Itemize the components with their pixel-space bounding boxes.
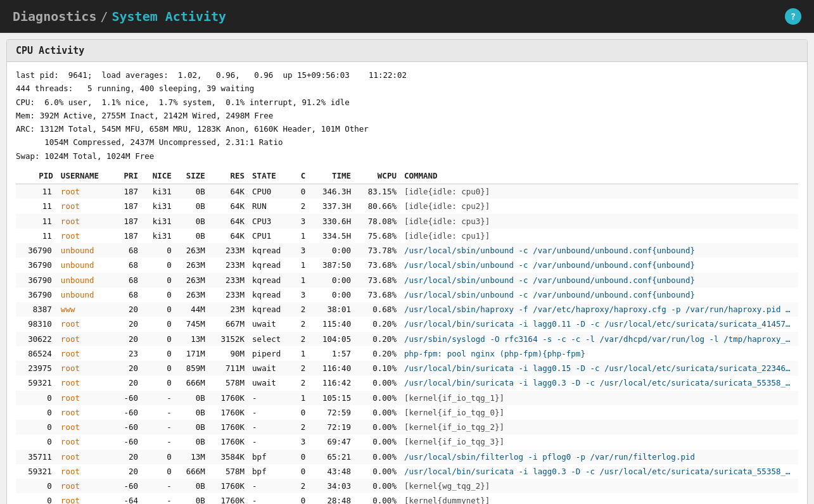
cell-time: 43:48 [309, 464, 355, 479]
process-tbody: 11 root 187 ki31 0B 64K CPU0 0 346.3H 83… [16, 184, 798, 505]
cell-user: root [57, 434, 115, 449]
col-pid: PID [16, 168, 57, 184]
cell-state: bpf [248, 464, 294, 479]
main-content: CPU Activity last pid: 9641; load averag… [0, 33, 814, 504]
table-row: 0 root -60 - 0B 1760K - 2 34:03 0.00% [k… [16, 479, 798, 493]
table-row: 0 root -60 - 0B 1760K - 3 69:47 0.00% [k… [16, 434, 798, 449]
cell-pri: 68 [115, 243, 142, 258]
cell-size: 745M [175, 317, 209, 331]
cell-nice: ki31 [142, 229, 175, 243]
col-pri: PRI [115, 168, 142, 184]
cell-nice: 0 [142, 287, 175, 302]
cell-pri: 187 [115, 229, 142, 243]
cell-c: 1 [294, 346, 310, 361]
breadcrumb-current: System Activity [112, 9, 227, 24]
cell-res: 1760K [209, 434, 248, 449]
cell-res: 711M [209, 361, 248, 375]
table-row: 86524 root 23 0 171M 90M piperd 1 1:57 0… [16, 346, 798, 361]
cell-pid: 86524 [16, 346, 57, 361]
cell-res: 64K [209, 214, 248, 229]
cell-user: unbound [57, 258, 115, 272]
col-res: RES [209, 168, 248, 184]
col-c: C [294, 168, 310, 184]
cell-cmd: [kernel{if_io_tqg_1}] [400, 391, 798, 405]
cell-size: 0B [175, 479, 209, 493]
cell-wcpu: 0.20% [355, 332, 400, 346]
cell-pri: -60 [115, 405, 142, 420]
table-row: 36790 unbound 68 0 263M 233M kqread 1 38… [16, 258, 798, 272]
table-row: 11 root 187 ki31 0B 64K RUN 2 337.3H 80.… [16, 199, 798, 213]
stat-line-7: Swap: 1024M Total, 1024M Free [16, 149, 798, 163]
cell-state: - [248, 405, 294, 420]
table-row: 23975 root 20 0 859M 711M uwait 2 116:40… [16, 361, 798, 375]
cell-c: 2 [294, 302, 310, 317]
cell-user: root [57, 199, 115, 213]
table-row: 98310 root 20 0 745M 667M uwait 2 115:40… [16, 317, 798, 331]
cell-wcpu: 73.68% [355, 258, 400, 272]
cell-pid: 0 [16, 434, 57, 449]
cell-nice: 0 [142, 346, 175, 361]
cell-c: 3 [294, 287, 310, 302]
cell-user: root [57, 450, 115, 464]
cell-nice: - [142, 420, 175, 434]
cell-time: 104:05 [309, 332, 355, 346]
cell-cmd: /usr/local/sbin/unbound -c /var/unbound/… [400, 258, 798, 272]
cell-c: 0 [294, 405, 310, 420]
cell-res: 1760K [209, 479, 248, 493]
cell-cmd: [kernel{if_io_tqg_2}] [400, 420, 798, 434]
stat-line-4: Mem: 392M Active, 2755M Inact, 2142M Wir… [16, 109, 798, 122]
cell-wcpu: 0.00% [355, 375, 400, 390]
cell-size: 666M [175, 375, 209, 390]
cell-pri: 20 [115, 464, 142, 479]
cell-pid: 36790 [16, 258, 57, 272]
cell-wcpu: 0.68% [355, 302, 400, 317]
cell-size: 0B [175, 184, 209, 199]
cell-c: 2 [294, 317, 310, 331]
cell-size: 859M [175, 361, 209, 375]
cell-pid: 36790 [16, 243, 57, 258]
cell-pid: 8387 [16, 302, 57, 317]
help-icon[interactable]: ? [785, 8, 801, 25]
cell-res: 233M [209, 287, 248, 302]
cell-nice: 0 [142, 464, 175, 479]
cell-pri: 20 [115, 450, 142, 464]
cell-time: 337.3H [309, 199, 355, 213]
cell-pri: 20 [115, 375, 142, 390]
breadcrumb-separator: / [100, 9, 108, 24]
cell-c: 3 [294, 214, 310, 229]
cell-state: - [248, 434, 294, 449]
cell-size: 0B [175, 405, 209, 420]
panel-body: last pid: 9641; load averages: 1.02, 0.9… [7, 62, 807, 504]
cell-c: 1 [294, 258, 310, 272]
cell-user: root [57, 391, 115, 405]
cell-nice: ki31 [142, 199, 175, 213]
table-row: 59321 root 20 0 666M 578M uwait 2 116:42… [16, 375, 798, 390]
cell-c: 2 [294, 361, 310, 375]
breadcrumb-parent[interactable]: Diagnostics [13, 9, 96, 24]
cell-time: 28:48 [309, 493, 355, 504]
cell-time: 69:47 [309, 434, 355, 449]
cell-user: root [57, 229, 115, 243]
cell-wcpu: 0.00% [355, 434, 400, 449]
cell-state: - [248, 493, 294, 504]
cell-res: 233M [209, 243, 248, 258]
cell-user: unbound [57, 287, 115, 302]
cell-nice: 0 [142, 361, 175, 375]
cell-size: 0B [175, 199, 209, 213]
cell-wcpu: 0.00% [355, 479, 400, 493]
cell-nice: ki31 [142, 184, 175, 199]
cell-time: 34:03 [309, 479, 355, 493]
cell-state: piperd [248, 346, 294, 361]
cell-c: 2 [294, 375, 310, 390]
cell-c: 2 [294, 479, 310, 493]
cell-cmd: [idle{idle: cpu3}] [400, 214, 798, 229]
cell-wcpu: 78.08% [355, 214, 400, 229]
cell-c: 0 [294, 450, 310, 464]
cell-cmd: /usr/local/sbin/unbound -c /var/unbound/… [400, 273, 798, 287]
table-row: 8387 www 20 0 44M 23M kqread 2 38:01 0.6… [16, 302, 798, 317]
cell-res: 667M [209, 317, 248, 331]
cell-nice: - [142, 405, 175, 420]
table-row: 0 root -60 - 0B 1760K - 2 72:19 0.00% [k… [16, 420, 798, 434]
cell-wcpu: 73.68% [355, 273, 400, 287]
cell-pid: 11 [16, 184, 57, 199]
